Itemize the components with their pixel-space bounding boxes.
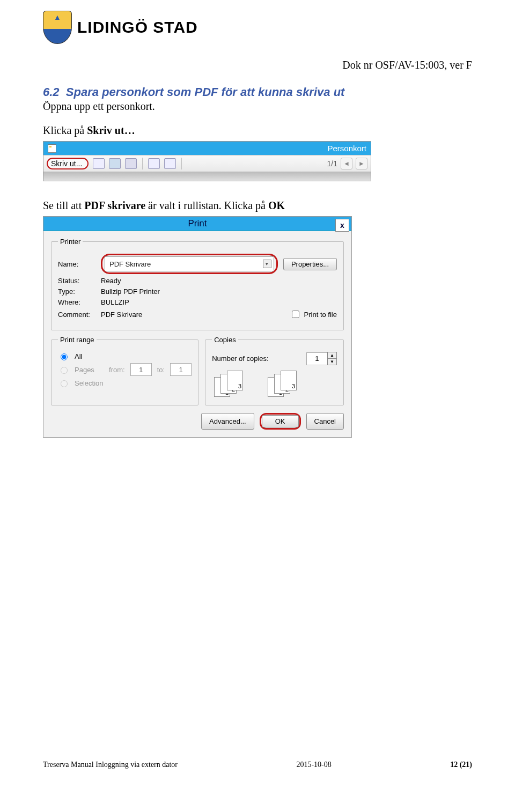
separator bbox=[181, 158, 182, 169]
type-value: Bullzip PDF Printer bbox=[101, 287, 160, 296]
paragraph-2: Klicka på Skriv ut… bbox=[43, 124, 472, 137]
app-icon bbox=[48, 144, 56, 153]
personkort-title: Personkort bbox=[327, 144, 366, 153]
type-label: Type: bbox=[58, 287, 95, 296]
pager: 1/1 ◄ ► bbox=[327, 158, 367, 169]
close-button[interactable]: x bbox=[335, 219, 349, 232]
print-range-legend: Print range bbox=[58, 336, 97, 344]
printer-legend: Printer bbox=[58, 238, 83, 246]
print-dialog-titlebar: Print x bbox=[43, 217, 351, 231]
print-button[interactable]: Skriv ut... bbox=[47, 158, 89, 169]
cancel-button[interactable]: Cancel bbox=[306, 413, 344, 430]
printer-name-value: PDF Skrivare bbox=[109, 260, 151, 268]
chevron-down-icon[interactable]: ▾ bbox=[263, 260, 271, 268]
toolbar: Skriv ut... 1/1 ◄ ► bbox=[43, 155, 371, 172]
separator bbox=[142, 158, 143, 169]
print-to-file-label: Print to file bbox=[304, 311, 337, 319]
range-to-input[interactable] bbox=[170, 363, 192, 376]
comment-label: Comment: bbox=[58, 311, 95, 319]
ok-highlight: OK bbox=[260, 413, 301, 430]
name-label: Name: bbox=[58, 260, 95, 268]
paragraph-3: Se till att PDF skrivare är valt i rulli… bbox=[43, 200, 472, 212]
zoom-icon[interactable] bbox=[125, 158, 137, 169]
copies-label: Number of copies: bbox=[212, 355, 269, 363]
copies-input[interactable] bbox=[306, 352, 328, 365]
where-label: Where: bbox=[58, 298, 95, 306]
section-number: 6.2 bbox=[43, 85, 60, 99]
collate-illustration: 1 2 3 1 2 3 bbox=[214, 371, 337, 397]
personkort-titlebar: Personkort bbox=[43, 142, 371, 155]
printer-group: Printer Name: PDF Skrivare ▾ Properties.… bbox=[51, 238, 344, 330]
range-pages-radio[interactable] bbox=[61, 367, 68, 374]
status-value: Ready bbox=[101, 277, 121, 285]
lidingo-shield-icon bbox=[43, 11, 72, 44]
range-all-radio[interactable] bbox=[61, 353, 68, 360]
prev-page-icon[interactable]: ◄ bbox=[341, 158, 352, 169]
page-header: LIDINGÖ STAD bbox=[43, 11, 472, 44]
copies-group: Copies Number of copies: ▲ ▼ bbox=[205, 336, 344, 405]
print-dialog-title: Print bbox=[188, 218, 207, 228]
print-range-group: Print range All Pages from: to: bbox=[51, 336, 198, 405]
advanced-button[interactable]: Advanced... bbox=[201, 413, 254, 430]
print-dialog-screenshot: Print x Printer Name: PDF Skrivare ▾ Pro… bbox=[43, 216, 352, 438]
paragraph-1: Öppna upp ett personkort. bbox=[43, 100, 472, 113]
page-footer: Treserva Manual Inloggning via extern da… bbox=[43, 761, 472, 769]
toolbar-edge bbox=[43, 172, 371, 181]
footer-date: 2015-10-08 bbox=[296, 761, 331, 769]
status-label: Status: bbox=[58, 277, 95, 285]
range-from-input[interactable] bbox=[130, 363, 152, 376]
personkort-toolbar-screenshot: Personkort Skriv ut... 1/1 ◄ ► bbox=[43, 141, 371, 181]
range-pages-label: Pages bbox=[75, 366, 94, 374]
page-indicator: 1/1 bbox=[327, 159, 337, 168]
spin-down-icon[interactable]: ▼ bbox=[327, 358, 337, 365]
comment-value: PDF Skrivare bbox=[101, 311, 142, 319]
where-value: BULLZIP bbox=[101, 298, 129, 306]
fitwidth-icon[interactable] bbox=[148, 158, 160, 169]
print-to-file-checkbox[interactable] bbox=[292, 311, 299, 318]
range-all-label: All bbox=[75, 352, 82, 360]
document-number: Dok nr OSF/AV-15:003, ver F bbox=[43, 59, 472, 71]
ok-button[interactable]: OK bbox=[262, 415, 299, 427]
range-to-label: to: bbox=[157, 366, 165, 374]
brand-name: LIDINGÖ STAD bbox=[77, 18, 198, 36]
range-selection-label: Selection bbox=[75, 379, 103, 387]
section-heading: 6.2 Spara personkort som PDF för att kun… bbox=[43, 85, 472, 99]
dialog-button-row: Advanced... OK Cancel bbox=[51, 413, 344, 430]
find-icon[interactable] bbox=[109, 158, 121, 169]
printer-name-highlight: PDF Skrivare ▾ bbox=[101, 254, 278, 274]
footer-left: Treserva Manual Inloggning via extern da… bbox=[43, 761, 178, 769]
range-from-label: from: bbox=[109, 366, 125, 374]
section-title: Spara personkort som PDF för att kunna s… bbox=[66, 85, 345, 99]
fitpage-icon[interactable] bbox=[164, 158, 176, 169]
properties-button[interactable]: Properties... bbox=[283, 258, 337, 270]
spin-up-icon[interactable]: ▲ bbox=[327, 352, 337, 358]
copy-icon[interactable] bbox=[93, 158, 105, 169]
range-selection-radio[interactable] bbox=[61, 380, 68, 387]
footer-pagenum: 12 (21) bbox=[450, 761, 472, 769]
next-page-icon[interactable]: ► bbox=[356, 158, 367, 169]
printer-name-combo[interactable]: PDF Skrivare ▾ bbox=[105, 256, 274, 271]
copies-legend: Copies bbox=[212, 336, 238, 344]
